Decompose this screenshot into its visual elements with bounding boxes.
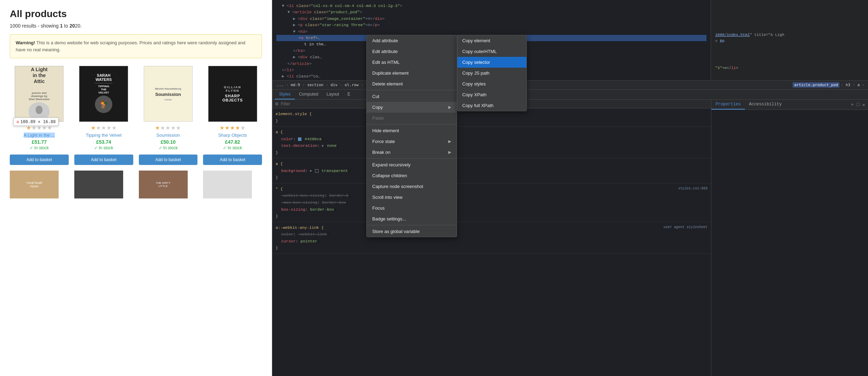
tab-styles[interactable]: Styles — [275, 90, 295, 99]
product-card-2: SARAHWATERS TIPPINGTHEVELVET 🐓 ★★★★★ Tip… — [74, 66, 133, 165]
menu-item-edit-attribute[interactable]: Edit attribute — [367, 46, 457, 57]
breadcrumb-a[interactable]: a — [856, 82, 861, 88]
dom-right-li-ref: "3">⊙</li> — [715, 65, 864, 72]
menu-item-edit-html[interactable]: Edit as HTML — [367, 57, 457, 68]
filter-icon: ⚙ — [275, 101, 279, 106]
properties-panel: Properties Accessibility + □ ✕ — [711, 100, 868, 376]
menu-item-delete[interactable]: Delete element — [367, 78, 457, 89]
prop-tab-properties[interactable]: Properties — [711, 100, 745, 110]
properties-content — [711, 110, 868, 115]
stock-status-1: In stock — [30, 145, 49, 150]
product-card-4: GILLIANFLYNN SHARPOBJECTS ★★★★★ Sharp Ob… — [203, 66, 262, 165]
tab-event-listeners[interactable]: E — [343, 90, 354, 99]
menu-item-duplicate[interactable]: Duplicate element — [367, 68, 457, 78]
dom-right-line-1: 1000/index.html" title="A Ligh — [715, 32, 864, 38]
product-price-1: £51.77 — [32, 139, 47, 145]
partial-book-3: THE DIRTYLITTLE — [139, 171, 188, 198]
book-cover-4: GILLIANFLYNN SHARPOBJECTS — [208, 66, 257, 122]
star-rating-4: ★★★★★ — [219, 125, 246, 131]
menu-item-focus[interactable]: Focus — [367, 203, 457, 213]
breadcrumb-ol-row[interactable]: ol.row — [344, 82, 360, 88]
submenu-copy-js-path[interactable]: Copy JS path — [457, 68, 526, 78]
devtools-tabs: Styles Computed Layout E — [272, 90, 868, 100]
menu-item-hide[interactable]: Hide element — [367, 125, 457, 136]
menu-item-capture-screenshot[interactable]: Capture node screenshot — [367, 181, 457, 192]
color-swatch-transparent — [315, 169, 319, 173]
product-title-3[interactable]: Soumission — [156, 133, 180, 138]
css-block-webkit-any-link: user agent stylesheet a:-webkit-any-link… — [272, 222, 711, 254]
element-tooltip: a 100.89 × 16.88 — [13, 118, 59, 126]
menu-item-collapse-children[interactable]: Collapse children — [367, 170, 457, 181]
dom-line-3: ▶ <div class="image_container">⊙</div> — [276, 16, 706, 22]
css-triangle-none[interactable] — [322, 145, 324, 147]
breadcrumb-article-product-pod[interactable]: article.product_pod — [793, 82, 839, 88]
prop-icon-add[interactable]: + — [851, 102, 854, 107]
prop-icon-square[interactable]: □ — [856, 102, 859, 107]
menu-item-copy[interactable]: Copy ▶ — [367, 102, 457, 113]
product-price-4: £47.82 — [225, 139, 240, 145]
dom-tree-right: 1000/index.html" title="A Ligh = $0 "3">… — [711, 0, 868, 80]
color-swatch-428bca — [298, 137, 301, 141]
second-row-books: Yuval NoahHarari THE DIRTYLITTLE — [10, 171, 262, 198]
breadcrumb-h3[interactable]: h3 — [845, 82, 851, 88]
properties-tabs: Properties Accessibility + □ ✕ — [711, 100, 868, 110]
context-menu-main[interactable]: Add attribute Edit attribute Edit as HTM… — [366, 35, 457, 237]
product-title-1[interactable]: A Light in the ... — [24, 133, 55, 138]
tab-computed[interactable]: Computed — [295, 90, 322, 99]
menu-item-cut[interactable]: Cut — [367, 91, 457, 102]
star-rating-3: ★★★★★ — [155, 125, 181, 131]
book-cover-1: A Lightin theAttic poems anddrawings byS… — [15, 66, 63, 122]
submenu-copy-selector[interactable]: Copy selector — [457, 57, 526, 68]
copy-submenu[interactable]: Copy element Copy outerHTML Copy selecto… — [457, 35, 527, 111]
product-title-4[interactable]: Sharp Objects — [218, 133, 247, 138]
menu-item-expand-recursively[interactable]: Expand recursively — [367, 159, 457, 170]
menu-separator-2 — [367, 124, 457, 125]
submenu-copy-full-xpath[interactable]: Copy full XPath — [457, 100, 526, 111]
dom-line-1: ▼ <li class="col-xs-6 col-sm-4 col-md-3 … — [276, 3, 706, 9]
devtools-panel: ▼ <li class="col-xs-6 col-sm-4 col-md-3 … — [272, 0, 868, 376]
book-cover-2: SARAHWATERS TIPPINGTHEVELVET 🐓 — [79, 66, 128, 122]
add-basket-button-3[interactable]: Add to basket — [139, 155, 198, 165]
menu-item-scroll-into-view[interactable]: Scroll into view — [367, 192, 457, 203]
menu-item-force-state[interactable]: Force state ▶ — [367, 136, 457, 147]
partial-book-2 — [74, 171, 123, 198]
prop-icon-close[interactable]: ✕ — [862, 102, 865, 108]
breadcrumb-md9[interactable]: md-9 — [290, 82, 301, 88]
css-block-a-color: a { color: #428bca; text-decoration: non… — [272, 127, 711, 158]
submenu-copy-element[interactable]: Copy element — [457, 35, 526, 46]
add-basket-button-2[interactable]: Add to basket — [74, 155, 133, 165]
dom-line-2: ▼ <article class="product_pod"> — [276, 9, 706, 15]
product-title-2[interactable]: Tipping the Velvet — [86, 133, 122, 138]
breadcrumb-ellipsis[interactable]: ... — [276, 82, 285, 88]
product-listing-panel: All products 1000 results - showing 1 to… — [0, 0, 272, 376]
breadcrumb-section[interactable]: section — [306, 82, 324, 88]
dom-line-4: ▶ <p class="star-rating Three">⊙</p> — [276, 22, 706, 28]
results-count: 1000 results - showing 1 to 2020. — [10, 23, 262, 29]
prop-tab-accessibility[interactable]: Accessibility — [745, 100, 786, 110]
css-source-1: styles.css:868 — [678, 186, 708, 191]
add-basket-button-1[interactable]: Add to basket — [10, 155, 69, 165]
tab-layout[interactable]: Layout — [322, 90, 343, 99]
breadcrumb-div[interactable]: div — [330, 82, 339, 88]
copy-submenu-arrow: ▶ — [448, 105, 451, 110]
add-basket-button-4[interactable]: Add to basket — [203, 155, 262, 165]
prop-icons: + □ ✕ — [848, 100, 868, 110]
css-triangle-bg[interactable] — [310, 170, 312, 172]
submenu-copy-xpath[interactable]: Copy XPath — [457, 89, 526, 100]
stock-status-2: In stock — [94, 145, 113, 150]
submenu-copy-outerhtml[interactable]: Copy outerHTML — [457, 46, 526, 57]
product-card-3: Michel Houellebecq Soumission roman ★★★★… — [139, 66, 198, 165]
star-rating-2: ★★★★★ — [91, 125, 117, 131]
partial-book-4 — [203, 171, 252, 198]
product-price-2: £53.74 — [96, 139, 111, 145]
warning-banner: Warning! This is a demo website for web … — [10, 34, 262, 58]
stock-status-3: In stock — [159, 145, 178, 150]
menu-item-store-global[interactable]: Store as global variable — [367, 226, 457, 237]
submenu-copy-styles[interactable]: Copy styles — [457, 78, 526, 89]
menu-item-break-on[interactable]: Break on ▶ — [367, 147, 457, 158]
css-block-a-background: a { background: transparent; } — [272, 158, 711, 183]
menu-item-paste: Paste — [367, 113, 457, 123]
menu-item-badge-settings[interactable]: Badge settings... — [367, 213, 457, 224]
menu-separator-3 — [367, 158, 457, 159]
menu-item-add-attribute[interactable]: Add attribute — [367, 35, 457, 46]
